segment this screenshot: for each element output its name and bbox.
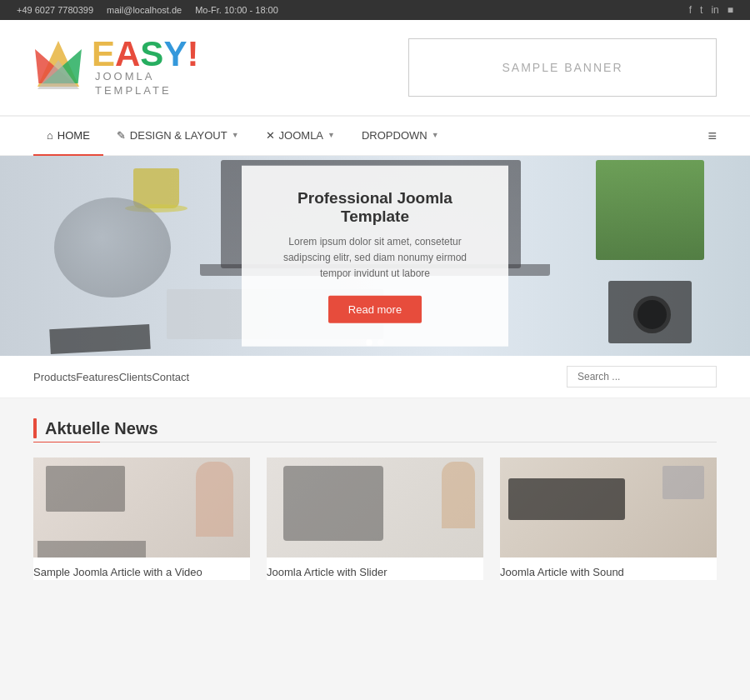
link-contact[interactable]: Contact [152, 371, 189, 383]
nav-item-joomla[interactable]: ✕ JOOMLA ▼ [252, 116, 348, 156]
hero-title: Professional Joomla Template [275, 189, 475, 226]
link-clients[interactable]: Clients [119, 371, 152, 383]
news-card-3-title: Joomla Article with Sound [500, 558, 717, 580]
topbar: +49 6027 7780399 mail@localhost.de Mo-Fr… [0, 0, 750, 20]
logo-icon [33, 37, 83, 98]
news-card-2: Joomla Article with Slider [267, 458, 483, 580]
news-section: Aktuelle News Sample Joomla Article with… [0, 398, 750, 597]
brush-icon: ✎ [117, 129, 126, 142]
dropdown-arrow-3: ▼ [432, 131, 439, 139]
hero-card: Professional Joomla Template Lorem ipsum… [242, 166, 508, 347]
hero-text: Lorem ipsum dolor sit amet, consetetur s… [275, 234, 475, 282]
news-card-2-title: Joomla Article with Slider [267, 558, 483, 580]
nav-item-home[interactable]: ⌂ HOME [33, 116, 103, 156]
link-features[interactable]: Features [76, 371, 118, 383]
topbar-phone: +49 6027 7780399 [17, 5, 93, 15]
linkedin-icon[interactable]: in [711, 4, 718, 16]
secondary-links: Products Features Clients Contact [33, 371, 189, 383]
hero-slider: Professional Joomla Template Lorem ipsum… [0, 156, 750, 356]
logo-letter-s: S [140, 34, 163, 73]
logo[interactable]: EASY! JOOMLA TEMPLATE [33, 37, 198, 98]
dropdown-arrow-2: ▼ [328, 131, 335, 139]
link-products[interactable]: Products [33, 371, 76, 383]
news-section-title: Aktuelle News [45, 419, 158, 438]
news-title-underline [33, 442, 717, 442]
news-grid: Sample Joomla Article with a Video Jooml… [33, 458, 717, 580]
home-icon: ⌂ [47, 129, 53, 142]
twitter-icon[interactable]: t [700, 4, 702, 16]
rss-icon[interactable]: ■ [728, 4, 733, 16]
read-more-button[interactable]: Read more [328, 295, 422, 322]
logo-exclaim: ! [187, 34, 198, 73]
facebook-icon[interactable]: f [689, 4, 692, 16]
news-title-bar [33, 418, 37, 438]
joomla-icon: ✕ [266, 129, 275, 142]
search-input[interactable] [567, 366, 717, 388]
news-card-1: Sample Joomla Article with a Video [33, 458, 250, 580]
main-navbar: ⌂ HOME ✎ DESIGN & LAYOUT ▼ ✕ JOOMLA ▼ DR… [0, 116, 750, 156]
logo-subtitle: JOOMLA TEMPLATE [95, 70, 198, 98]
logo-letter-e: E [92, 34, 115, 73]
nav-items: ⌂ HOME ✎ DESIGN & LAYOUT ▼ ✕ JOOMLA ▼ DR… [33, 116, 452, 156]
sample-banner: SAMPLE BANNER [408, 38, 717, 97]
news-card-3: Joomla Article with Sound [500, 458, 717, 580]
site-header: EASY! JOOMLA TEMPLATE SAMPLE BANNER [0, 20, 750, 116]
secondary-nav: Products Features Clients Contact [0, 356, 750, 398]
logo-letter-y: Y [163, 34, 187, 73]
topbar-contact: +49 6027 7780399 mail@localhost.de Mo-Fr… [17, 5, 278, 15]
nav-item-design[interactable]: ✎ DESIGN & LAYOUT ▼ [103, 116, 252, 156]
dropdown-arrow-1: ▼ [232, 131, 239, 139]
nav-item-dropdown[interactable]: DROPDOWN ▼ [348, 116, 452, 156]
logo-text: EASY! [92, 37, 198, 72]
topbar-hours: Mo-Fr. 10:00 - 18:00 [195, 5, 278, 15]
news-card-1-title: Sample Joomla Article with a Video [33, 558, 250, 580]
logo-letter-a: A [115, 34, 140, 73]
topbar-email: mail@localhost.de [107, 5, 182, 15]
topbar-social: f t in ■ [689, 4, 733, 16]
hamburger-menu[interactable]: ≡ [708, 128, 717, 145]
